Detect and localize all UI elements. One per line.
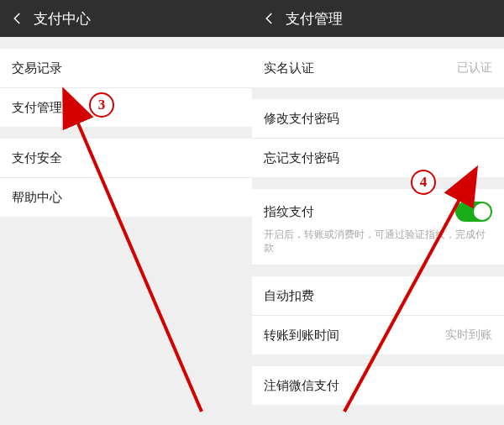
fingerprint-toggle[interactable] [455,202,492,222]
row-forgot-password[interactable]: 忘记支付密码 [252,139,504,177]
arrow-left-icon [262,11,277,26]
row-real-name[interactable]: 实名认证 已认证 [252,49,504,87]
row-label: 帮助中心 [12,190,62,206]
row-value: 实时到账 [445,328,492,343]
row-label: 自动扣费 [264,288,314,304]
row-payment-security[interactable]: 支付安全 [0,139,252,178]
row-label: 交易记录 [12,60,62,76]
screen-payment-manage: 支付管理 实名认证 已认证 修改支付密码 忘记支付密码 指纹支付 开启后，转账或… [252,0,504,425]
row-label: 支付安全 [12,150,62,166]
row-transactions[interactable]: 交易记录 [0,49,252,88]
row-change-password[interactable]: 修改支付密码 [252,99,504,139]
back-button[interactable] [257,6,282,31]
row-logout-wechat-pay[interactable]: 注销微信支付 [252,366,504,405]
separator [252,265,504,276]
row-fingerprint-pay: 指纹支付 开启后，转账或消费时，可通过验证指纹，完成付款 [252,189,504,265]
page-title: 支付中心 [34,9,91,29]
row-label: 修改支付密码 [264,111,339,127]
row-label: 忘记支付密码 [264,150,339,166]
row-help-center[interactable]: 帮助中心 [0,178,252,217]
separator [0,127,252,139]
annotation-step-4: 4 [411,170,436,195]
page-title: 支付管理 [286,9,343,29]
annotation-step-3: 3 [89,92,114,118]
separator [252,354,504,366]
header-bar: 支付管理 [252,0,504,37]
row-label: 注销微信支付 [264,378,339,394]
row-label: 实名认证 [264,60,314,76]
row-description: 开启后，转账或消费时，可通过验证指纹，完成付款 [264,228,492,254]
separator [252,177,504,189]
row-auto-debit[interactable]: 自动扣费 [252,276,504,316]
separator [0,37,252,49]
row-transfer-time[interactable]: 转账到账时间 实时到账 [252,316,504,354]
separator [252,87,504,99]
row-label: 指纹支付 [264,204,314,220]
arrow-left-icon [10,11,25,26]
row-label: 支付管理 [12,100,62,116]
header-bar: 支付中心 [0,0,252,37]
screen-payment-center: 支付中心 交易记录 支付管理 支付安全 帮助中心 [0,0,252,425]
row-label: 转账到账时间 [264,328,339,344]
separator [252,37,504,49]
row-payment-manage[interactable]: 支付管理 [0,88,252,127]
back-button[interactable] [5,6,30,31]
row-value: 已认证 [457,60,492,76]
